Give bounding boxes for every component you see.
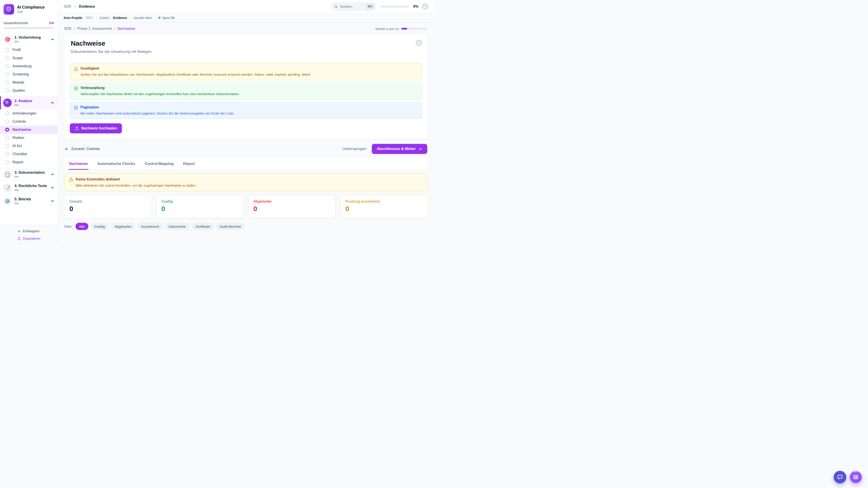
app-root: { "colors": { "accent":"#9333ea", "accen… [0,0,434,244]
sidebar-item-report[interactable]: Report [0,158,58,166]
breadcrumb-phase[interactable]: Phase 1: Assessment [77,27,112,31]
shield-check-icon [6,6,12,12]
filter-chip-dokumente[interactable]: Dokumente [165,223,189,230]
complete-continue-button[interactable]: Abschliessen & Weiter [372,144,427,154]
tab-bar: NachweiseAutomatische ChecksControl-Mapp… [64,158,428,170]
info-box-verknuepfung: VerknuepfungVerknuepfen Sie Nachweise di… [70,83,422,100]
info-box-title: Gueltigkeit [81,66,311,70]
upload-button-label: Nachweis hochladen [81,126,117,130]
sidebar-item-controls[interactable]: Controls [0,118,58,126]
overall-progress-block: Gesamtfortschritt 0% [0,18,58,33]
sidebar-item-scope[interactable]: Scope [0,54,58,62]
sidebar-item-risiken[interactable]: Risiken [0,134,58,142]
sidebar-footer: « Einklappen Exportieren [0,225,58,244]
section-meta: 4. Rechtliche Texte0% [14,184,48,192]
app-logo-meta: AI Compliance SDK [17,5,44,13]
section-items: ProfilScopeAnwendungScreeningModuleQuell… [0,46,58,96]
sidebar-item-label: AI Act [12,144,22,148]
card-help-icon[interactable]: ? [416,40,422,46]
tab-automatische-checks[interactable]: Automatische Checks [97,158,135,170]
stat-label: Gesamt [69,199,147,203]
sidebar-section-header-4-rechtliche-texte[interactable]: 📝4. Rechtliche Texte0% [0,181,58,194]
radio-icon [5,152,9,156]
filter-chip-zertifikate[interactable]: Zertifikate [192,223,214,230]
search-box[interactable]: ⌘K [331,2,376,11]
card-header: Nachweise Dokumentieren Sie die Umsetzun… [64,34,428,59]
keyboard-shortcut-badge: ⌘K [366,4,374,9]
stat-card-gesamt: Gesamt0 [64,195,152,218]
section-label: 3. Dokumentation [14,170,48,175]
step-progress-bar [401,28,428,30]
sidebar-section-5-betrieb: ⚙️5. Betrieb0% [0,194,58,207]
filter-chip-alle[interactable]: Alle [75,223,88,230]
stat-value: 0 [345,205,423,213]
sidebar-item-screening[interactable]: Screening [0,70,58,78]
sidebar-item-label: Controls [12,120,26,124]
warning-text: Bitte definieren Sie zuerst Kontrollen, … [76,184,423,187]
sidebar-item-profil[interactable]: Profil [0,46,58,54]
project-name: Kein Projekt [64,16,82,20]
sidebar-section-header-3-dokumentation[interactable]: 📋3. Dokumentation0% [0,168,58,181]
warning-header: Keine Kontrollen definiert [69,177,423,182]
collapse-label: Einklappen [23,229,39,233]
wizard-nav-right: Ueberspringen Abschliessen & Weiter [343,144,427,154]
back-link[interactable]: Zurueck: Controls [65,147,100,151]
info-box-title: Pagination [81,105,234,109]
collapse-sidebar-button[interactable]: « Einklappen [18,229,39,233]
breadcrumb-separator: / [74,27,75,31]
export-button[interactable]: Exportieren [17,236,40,240]
sidebar-section-header-1-vorbereitung[interactable]: 🎯1. Vorbereitung0% [0,33,58,46]
overall-progress-bar [4,27,54,29]
radio-icon [5,80,9,85]
filter-chip-abgelaufen[interactable]: Abgelaufen [111,223,135,230]
page-breadcrumb-row: SDK / Phase 1: Assessment / Nachweise Sc… [64,27,428,31]
sidebar-section-header-2-analyse[interactable]: 🔍2. Analyse0% [0,96,58,109]
evidence-card: Nachweise Dokumentieren Sie die Umsetzun… [64,34,428,139]
sidebar-item-nachweise[interactable]: Nachweise [0,126,58,134]
radio-icon [5,144,9,148]
sidebar-section-header-5-betrieb[interactable]: ⚙️5. Betrieb0% [0,195,58,207]
stat-label: Pruefung ausstehend [345,199,423,203]
last-sync-time: Gerade eben [133,16,152,20]
app-subtitle: SDK [17,10,44,13]
tab-control-mapping[interactable]: Control-Mapping [145,158,174,170]
breadcrumb-root[interactable]: SDK [64,4,71,8]
filter-chip-gueltig[interactable]: Gueltig [91,223,109,230]
sidebar-item-module[interactable]: Module [0,78,58,87]
chevron-up-icon [51,101,55,105]
breadcrumb-sdk[interactable]: SDK [64,27,72,31]
sidebar-item-checklist[interactable]: Checklist [0,150,58,158]
section-label: 1. Vorbereitung [14,35,48,39]
search-input[interactable] [340,4,364,8]
sidebar-item-anwendung[interactable]: Anwendung [0,62,58,70]
info-box-text: Verknuepfen Sie Nachweise direkt mit den… [81,92,240,96]
gear-icon: ⚙️ [3,197,12,205]
tab-nachweise[interactable]: Nachweise [69,158,88,170]
radio-icon [5,56,9,60]
help-icon[interactable]: ? [423,4,428,9]
breadcrumb-nachweise: Nachweise [118,27,135,31]
radio-icon [5,48,9,52]
filter-chip-ausstehend[interactable]: Ausstehend [137,223,162,230]
stat-cards: Gesamt0Gueltig0Abgelaufen0Pruefung ausst… [64,195,428,218]
upload-evidence-button[interactable]: Nachweis hochladen [70,123,122,133]
warning-triangle-icon [69,177,73,182]
tab-report[interactable]: Report [183,158,195,170]
chevron-right-icon [73,5,77,8]
skip-button[interactable]: Ueberspringen [343,147,366,151]
section-percent: 0% [14,202,48,205]
divider [155,16,155,20]
sidebar-item-quellen[interactable]: Quellen [0,87,58,95]
warning-title: Keine Kontrollen definiert [76,177,120,182]
filter-chip-audit-berichte[interactable]: Audit-Berichte [216,223,245,230]
sidebar-item-ai-act[interactable]: AI Act [0,142,58,150]
overall-progress-value: 0% [49,21,54,25]
sidebar-item-label: Scope [12,56,23,60]
chevron-down-icon [51,186,55,190]
upload-icon [75,126,79,130]
sidebar-item-label: Anwendung [12,64,32,68]
sidebar-item-anforderungen[interactable]: Anforderungen [0,109,58,118]
sidebar: AI Compliance SDK Gesamtfortschritt 0% 🎯… [0,0,58,244]
topbar-progress-bar [380,6,409,7]
collapse-chevrons-icon: « [18,229,21,233]
